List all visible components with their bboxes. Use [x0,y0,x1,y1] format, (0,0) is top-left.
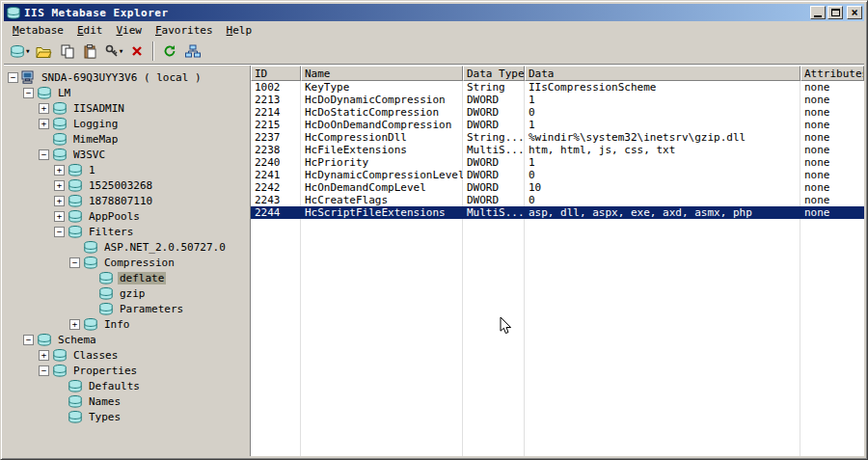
column-header-data[interactable]: Data [525,66,800,81]
collapse-icon[interactable]: − [8,72,18,83]
toolbar: ▼▼ [4,39,864,65]
table-row-2241[interactable]: 2241HcDynamicCompressionLevelDWORD0none [251,169,864,181]
expand-icon[interactable]: + [54,165,65,176]
collapse-icon[interactable]: − [69,257,80,268]
copy-button[interactable] [56,41,79,62]
expand-icon[interactable]: + [54,196,65,206]
cell-type: DWORD [463,94,525,106]
tree-label: Info [102,318,132,331]
menu-metabase[interactable]: Metabase [6,22,70,39]
collapse-icon[interactable]: − [39,149,49,160]
tree-item-filters[interactable]: −Filters [8,224,250,239]
database-icon [68,164,83,176]
tree-item-properties[interactable]: −Properties [8,363,250,378]
database-icon [52,349,68,362]
tree-item-snda-69q3uyy3v6-local[interactable]: −SNDA-69Q3UYY3V6 ( local ) [8,69,250,85]
maximize-button[interactable] [827,6,843,19]
tree-item-compression[interactable]: −Compression [8,255,250,270]
table-row-1002[interactable]: 1002KeyTypeStringIIsCompressionSchemenon… [251,81,864,94]
tree-label: Types [87,411,122,423]
tree-item-deflate[interactable]: deflate [8,270,250,285]
cell-attrs: none [800,81,864,94]
tree-item-w3svc[interactable]: −W3SVC [8,147,250,162]
main-area: −SNDA-69Q3UYY3V6 ( local )−LM+IISADMIN+L… [4,65,864,456]
tree-label: ASP.NET_2.0.50727.0 [102,241,228,254]
expand-icon[interactable]: + [39,119,49,129]
tree-item-1[interactable]: +1 [8,162,250,177]
database-icon [10,45,25,58]
menu-view[interactable]: View [109,22,149,39]
column-header-name[interactable]: Name [301,66,463,81]
table-row-2215[interactable]: 2215HcDoOnDemandCompressionDWORD1none [251,119,864,131]
cell-type: String... [463,131,525,144]
cell-name: HcOnDemandCompLevel [301,181,463,194]
minimize-button[interactable] [810,6,826,19]
close-icon: × [851,8,857,17]
expand-icon[interactable]: + [39,103,49,114]
tree-label: Schema [56,334,98,346]
tree-item-defaults[interactable]: Defaults [8,378,250,393]
delete-button[interactable] [125,41,149,62]
open-button[interactable] [33,41,56,62]
expand-icon[interactable]: + [69,319,80,330]
expand-icon[interactable]: + [54,180,65,191]
tree-item-asp-net-2-0-50727-0[interactable]: ASP.NET_2.0.50727.0 [8,239,250,255]
new-key-button[interactable]: ▼ [7,41,33,62]
menu-edit[interactable]: Edit [70,22,110,39]
menu-help[interactable]: Help [220,22,259,39]
tree-item-iisadmin[interactable]: +IISADMIN [8,100,250,116]
cell-id: 2242 [251,181,301,194]
title-bar[interactable]: IIS Metabase Explorer × [4,4,864,21]
refresh-button[interactable] [158,41,181,62]
tree-item-1525003268[interactable]: +1525003268 [8,177,250,193]
tree-indent [8,309,85,310]
table-row-2240[interactable]: 2240HcPriorityDWORD1none [251,156,864,169]
tree-label: AppPools [87,210,142,223]
collapse-icon[interactable]: − [23,335,34,345]
collapse-icon[interactable]: − [54,227,65,237]
new-data-button[interactable]: ▼ [102,41,126,62]
tree-item-logging[interactable]: +Logging [8,116,250,131]
database-icon [37,334,52,346]
tree-item-1878807110[interactable]: +1878807110 [8,193,250,208]
menu-favorites[interactable]: Favorites [149,22,220,39]
collapse-icon[interactable]: − [23,88,34,98]
connect-button[interactable] [181,41,204,62]
table-row-2243[interactable]: 2243HcCreateFlagsDWORD0none [251,194,864,206]
tree-item-gzip[interactable]: gzip [8,285,250,301]
delete-x-icon [131,45,143,57]
tree-item-names[interactable]: Names [8,393,250,409]
tree-label: gzip [118,287,148,300]
collapse-icon[interactable]: − [39,365,49,376]
cell-type: DWORD [463,156,525,169]
table-row-2244[interactable]: 2244HcScriptFileExtensionsMultiS...asp, … [251,206,864,219]
column-header-id[interactable]: ID [251,66,301,81]
database-icon [52,149,68,161]
table-row-2238[interactable]: 2238HcFileExtensionsMultiS...htm, html, … [251,144,864,156]
tree-item-apppools[interactable]: +AppPools [8,208,250,224]
tree-item-lm[interactable]: −LM [8,85,250,100]
paste-button[interactable] [79,41,102,62]
table-row-2213[interactable]: 2213HcDoDynamicCompressionDWORD1none [251,94,864,106]
database-icon [68,380,83,392]
tree-item-types[interactable]: Types [8,409,250,424]
cell-attrs: none [800,106,864,119]
expand-icon[interactable]: + [54,211,65,222]
expand-icon[interactable]: + [39,350,49,361]
tree-item-classes[interactable]: +Classes [8,347,250,363]
table-row-2237[interactable]: 2237HcCompressionDllString...%windir%\sy… [251,131,864,144]
close-button[interactable]: × [847,6,862,19]
table-row-2242[interactable]: 2242HcOnDemandCompLevelDWORD10none [251,181,864,194]
database-icon [68,226,83,238]
tree-item-mimemap[interactable]: MimeMap [8,131,250,147]
tree-item-info[interactable]: +Info [8,316,250,332]
table-row-2214[interactable]: 2214HcDoStaticCompressionDWORD0none [251,106,864,119]
column-header-attrs[interactable]: Attributes [800,66,864,81]
cell-data: IIsCompressionScheme [525,81,800,94]
tree-indent [8,231,54,232]
tree-item-schema[interactable]: −Schema [8,332,250,347]
cell-id: 1002 [251,81,301,94]
column-header-type[interactable]: Data Type [463,66,525,81]
tree-indent [8,108,39,109]
tree-item-parameters[interactable]: Parameters [8,301,250,316]
